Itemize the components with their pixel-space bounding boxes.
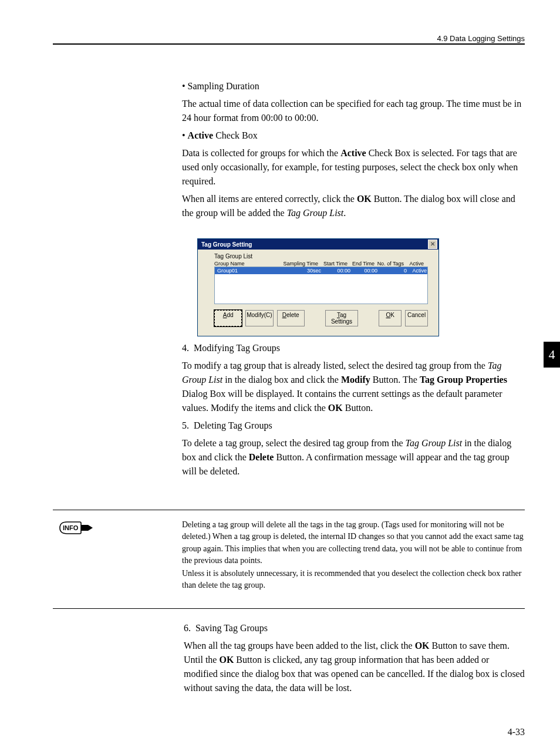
t: dd (227, 312, 233, 318)
item-5-heading: 5. Deleting Tag Groups (182, 419, 525, 433)
t: Button is clicked, any tag group informa… (184, 655, 525, 693)
cell-name: Group01 (215, 267, 285, 274)
ok-button[interactable]: OK (379, 310, 402, 326)
tag-group-listbox[interactable]: Group01 30sec 00:00 00:00 0 Active (214, 267, 428, 304)
info-p1: Deleting a tag group will delete all the… (182, 519, 525, 567)
t: OK (328, 403, 343, 413)
t: ag Settings (331, 312, 352, 325)
t: K (390, 312, 394, 318)
title: Saving Tag Groups (195, 623, 268, 633)
item-5-body: To delete a tag group, select the desire… (182, 436, 525, 479)
cell-active: Active (407, 267, 427, 274)
text: When all items are entered correctly, cl… (182, 194, 357, 204)
col-start-time: Start Time (318, 261, 348, 267)
col-sampling-time: Sampling Time (282, 261, 318, 267)
main-content-2: 6. Saving Tag Groups When all the tag gr… (184, 621, 525, 699)
info-text: Deleting a tag group will delete all the… (182, 519, 525, 593)
item-6-body: When all the tag groups have been added … (184, 639, 525, 695)
dialog-button-row: Add Modify(C) Delete Tag Settings OK Can… (214, 310, 428, 326)
tag-group-list-label: Tag Group List (214, 253, 428, 260)
num: 4. (182, 343, 189, 353)
header-rule (53, 43, 525, 45)
table-row[interactable]: Group01 30sec 00:00 00:00 0 Active (215, 267, 427, 274)
text-bold: Active (340, 148, 366, 158)
col-no-of-tags: No. of Tags (375, 261, 404, 267)
num: 5. (182, 420, 189, 430)
active-desc: Data is collected for groups for which t… (182, 146, 525, 188)
t: OK (219, 655, 234, 665)
info-p2: Unless it is absolutely unnecessary, it … (182, 568, 525, 592)
text: . (343, 208, 346, 218)
col-active: Active (404, 261, 424, 267)
item-4-heading: 4. Modifying Tag Groups (182, 341, 525, 355)
list-header: Group Name Sampling Time Start Time End … (214, 261, 428, 267)
cell-start: 00:00 (321, 267, 350, 274)
t: To delete a tag group, select the desire… (182, 438, 406, 448)
page-header: 4.9 Data Logging Settings (53, 34, 525, 43)
dialog-titlebar: Tag Group Setting ✕ (198, 239, 438, 250)
t: in the dialog box and click the (222, 375, 341, 385)
page-number: 4-33 (508, 727, 525, 737)
close-icon[interactable]: ✕ (428, 240, 437, 249)
info-icon: INFO (58, 520, 88, 534)
modify-button[interactable]: Modify(C) (245, 310, 273, 326)
cell-end: 00:00 (350, 267, 377, 274)
delete-button[interactable]: Delete (277, 310, 305, 326)
item-6-heading: 6. Saving Tag Groups (184, 621, 525, 635)
add-button[interactable]: Add (214, 310, 242, 326)
title: Deleting Tag Groups (194, 420, 272, 430)
bullet-active-checkbox: Active Check Box (182, 129, 525, 143)
text: Data is collected for groups for which t… (182, 148, 340, 158)
text: Sampling Duration (188, 81, 259, 91)
tag-settings-button[interactable]: Tag Settings (325, 310, 358, 326)
t: Button. (343, 403, 373, 413)
t: Tag Group List (406, 438, 463, 448)
ok-desc: When all items are entered correctly, cl… (182, 192, 525, 220)
title: Modifying Tag Groups (194, 343, 280, 353)
tag-group-setting-dialog: Tag Group Setting ✕ Tag Group List Group… (197, 238, 439, 336)
t: When all the tag groups have been added … (184, 641, 415, 651)
item-4-body: To modify a tag group that is already li… (182, 359, 525, 415)
text-italic: Tag Group List (287, 208, 344, 218)
info-rule-bottom (53, 608, 525, 609)
dialog-title-text: Tag Group Setting (201, 241, 252, 248)
cell-tags: 0 (377, 267, 407, 274)
t: OK (415, 641, 430, 651)
t: Tag Group Properties (420, 375, 507, 385)
text: Check Box (213, 130, 258, 140)
info-rule-top (53, 510, 525, 510)
col-end-time: End Time (348, 261, 375, 267)
cell-samp: 30sec (285, 267, 321, 274)
t: elete (286, 312, 299, 318)
t: Delete (249, 452, 274, 462)
text-bold: Active (188, 130, 214, 140)
col-group-name: Group Name (214, 261, 282, 267)
bullet-sampling-duration: Sampling Duration (182, 79, 525, 93)
t: To modify a tag group that is already li… (182, 360, 488, 370)
t: Button. The (370, 375, 420, 385)
info-label: INFO (63, 524, 79, 531)
num: 6. (184, 623, 191, 633)
chapter-tab: 4 (544, 342, 560, 368)
cancel-button[interactable]: Cancel (405, 310, 428, 326)
sampling-duration-desc: The actual time of data collection can b… (182, 97, 525, 125)
t: Modify (341, 375, 370, 385)
text-bold: OK (357, 194, 372, 204)
